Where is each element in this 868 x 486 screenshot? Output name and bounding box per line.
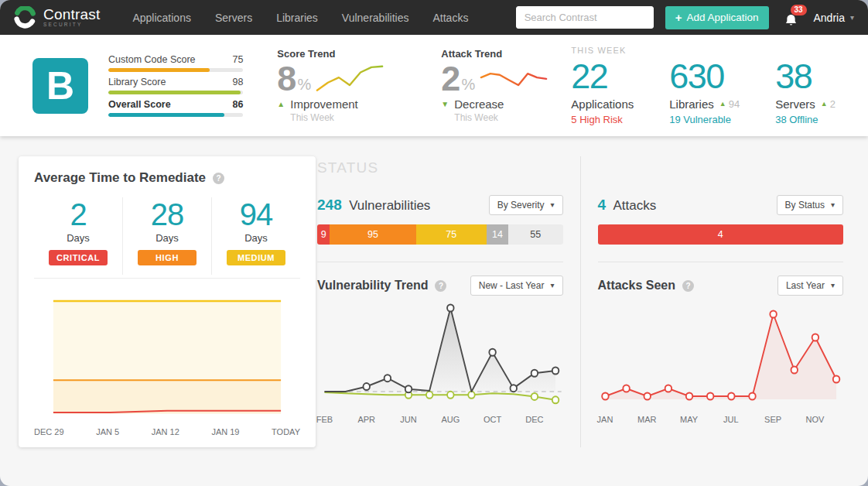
score-row: Custom Code Score75 [108,54,243,72]
score-row: Overall Score86 [108,99,243,117]
remediate-chart [34,285,300,427]
severity-segment[interactable]: 95 [330,224,416,245]
severity-segment[interactable]: 75 [416,224,487,245]
triangle-up-icon: ▲ [821,101,828,108]
grade-badge: B [32,58,88,114]
search-input[interactable] [516,6,654,29]
status-heading: STATUS [317,159,563,176]
remediate-stat: 94DaysMEDIUM [212,197,300,275]
attack-trend-sparkline [479,62,548,96]
help-icon[interactable]: ? [213,173,224,184]
attacks-seen-title: Attacks Seen [598,279,676,293]
severity-segment[interactable]: 14 [487,224,508,245]
attack-trend-period: This Week [454,112,571,123]
attack-trend-title: Attack Trend [441,48,571,60]
top-nav: Contrast SECURITY ApplicationsServersLib… [0,0,868,35]
x-axis-label: JAN 12 [152,427,179,436]
user-name: Andria [814,12,845,24]
week-stat-applications: 22Applications5 High Risk [571,59,634,125]
remediate-stat: 28DaysHIGH [123,197,212,275]
nav-item-libraries[interactable]: Libraries [276,12,318,24]
score-trend-period: This Week [290,112,407,123]
x-axis-label: NOV [805,415,824,424]
x-axis-label: TODAY [272,427,300,436]
x-axis-label: JAN 5 [96,427,119,436]
nav-menu: ApplicationsServersLibrariesVulnerabilit… [132,12,492,24]
attacks-bar[interactable]: 4 [598,224,844,245]
status-filter-dropdown[interactable]: By Status ▾ [777,195,843,215]
score-row: Library Score98 [108,77,243,94]
brand-logo[interactable]: Contrast SECURITY [14,6,100,29]
nav-item-attacks[interactable]: Attacks [433,12,469,24]
remediate-x-axis: DEC 29JAN 5JAN 12JAN 19TODAY [34,427,300,436]
x-axis-label: DEC [525,415,543,424]
score-summary-band: B Custom Code Score75Library Score98Over… [0,35,868,136]
status-filter-value: By Status [785,200,825,210]
score-trend-direction: Improvement [290,98,358,111]
score-trend-sparkline [315,62,384,96]
triangle-up-icon: ▲ [719,101,726,108]
divider [598,262,844,262]
attacks-label: Attacks [613,198,657,213]
attack-trend-direction: Decrease [454,98,504,111]
this-week-panel: THIS WEEK 22Applications5 High Risk630Li… [571,46,836,125]
vulnerabilities-count: 248 [317,197,342,213]
nav-item-servers[interactable]: Servers [215,12,252,24]
brand-name: Contrast [43,6,100,22]
score-trend-pct-unit: % [297,76,311,94]
status-column: STATUS 248 Vulnerabilities By Severity ▾… [316,156,565,426]
help-icon[interactable]: ? [435,280,446,292]
notification-badge: 33 [791,5,807,15]
attacks-seen-filter-dropdown[interactable]: Last Year ▾ [777,276,843,296]
attacks-seen-filter-value: Last Year [786,280,825,291]
vulnerability-trend-title: Vulnerability Trend [317,279,428,293]
severity-badge: HIGH [138,250,196,265]
main-content: Average Time to Remediate ? 2DaysCRITICA… [0,136,868,447]
x-axis-label: APR [357,415,375,424]
vulnerability-trend-filter-value: New - Last Year [479,280,545,291]
add-application-button[interactable]: + Add Application [665,6,769,29]
this-week-stats: 22Applications5 High Risk630Libraries▲94… [571,59,836,125]
attacks-seen-chart [598,299,844,415]
user-menu[interactable]: Andria ▾ [814,12,855,24]
this-week-label: THIS WEEK [571,46,836,55]
score-trend-panel: Score Trend 8 % ▲ Improvement This Week [277,48,407,123]
week-stat-libraries: 630Libraries▲9419 Vulnerable [669,59,740,125]
caret-down-icon: ▾ [550,201,554,209]
notifications-button[interactable]: 33 [781,8,802,28]
vulnerability-trend-filter-dropdown[interactable]: New - Last Year ▾ [470,276,563,296]
average-time-to-remediate-card: Average Time to Remediate ? 2DaysCRITICA… [19,156,316,447]
triangle-down-icon: ▼ [441,101,449,108]
help-icon[interactable]: ? [682,280,694,292]
x-axis-label: MAY [680,415,698,424]
x-axis-label: DEC 29 [34,427,64,436]
app-window: Contrast SECURITY ApplicationsServersLib… [0,0,868,486]
severity-filter-value: By Severity [497,200,545,210]
severity-segment[interactable]: 55 [508,224,562,245]
severity-badge: MEDIUM [227,250,285,265]
triangle-up-icon: ▲ [277,101,285,108]
x-axis-label: JUL [723,415,739,424]
attack-trend-pct-unit: % [461,76,475,94]
x-axis-label: FEB [316,415,333,424]
nav-right: + Add Application 33 Andria ▾ [516,6,854,29]
x-axis-label: JUN [400,415,416,424]
x-axis-label: AUG [441,415,460,424]
x-axis-label: JAN [597,415,613,424]
caret-down-icon: ▾ [831,201,835,209]
plus-icon: + [675,11,682,24]
x-axis-label: MAR [637,415,656,424]
remediate-stat: 2DaysCRITICAL [34,197,123,275]
attacks-bar-value: 4 [718,229,723,240]
score-trend-pct: 8 [277,61,296,96]
caret-down-icon: ▾ [850,14,854,22]
nav-item-vulnerabilities[interactable]: Vulnerabilities [342,12,409,24]
nav-item-applications[interactable]: Applications [132,12,191,24]
x-axis-label: OCT [484,415,501,424]
severity-filter-dropdown[interactable]: By Severity ▾ [489,195,563,215]
brand-subtitle: SECURITY [43,22,100,28]
score-bars: Custom Code Score75Library Score98Overal… [108,50,243,122]
severity-segment[interactable]: 9 [317,224,330,245]
contrast-logo-icon [14,6,36,29]
week-stat-servers: 38Servers▲238 Offline [775,59,836,125]
